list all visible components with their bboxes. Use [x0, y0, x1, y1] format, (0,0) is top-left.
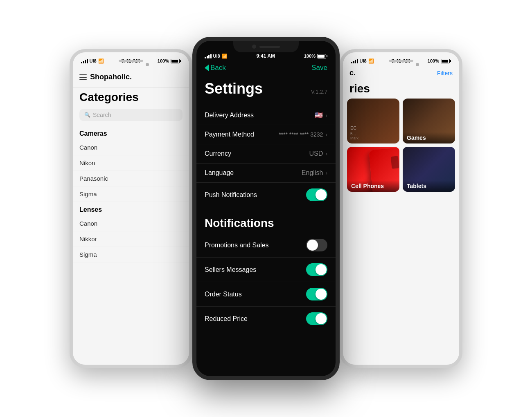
partial-tile[interactable]: EC 5... Mark: [347, 99, 399, 143]
push-notifications-row[interactable]: Push Notifications: [196, 183, 336, 207]
notifications-rows: Promotions and Sales Sellers Messages Or…: [196, 233, 336, 331]
notch: [233, 41, 299, 52]
right-battery-area: 100%: [428, 58, 451, 63]
push-notif-label: Push Notifications: [205, 191, 257, 199]
list-item[interactable]: Nikon: [73, 155, 189, 171]
promotions-toggle[interactable]: [306, 239, 327, 251]
games-label: Games: [403, 132, 455, 143]
right-phone-speaker: [389, 60, 413, 62]
list-item[interactable]: Nikkor: [73, 231, 189, 247]
cameras-section: Cameras Canon Nikon Panasonic Sigma: [73, 126, 189, 202]
games-tile[interactable]: Games: [403, 99, 455, 143]
right-signal: UI8 📶: [351, 58, 374, 64]
center-phone: UI8 📶 9:41 AM 100%: [192, 37, 340, 380]
lenses-title: Lenses: [73, 202, 189, 216]
promotions-row[interactable]: Promotions and Sales: [196, 233, 336, 258]
right-battery-icon: [441, 59, 451, 63]
signal-bars-icon: [81, 59, 88, 63]
currency-value: USD ›: [309, 150, 327, 157]
right-heading: ries: [343, 82, 459, 99]
center-carrier: UI8: [213, 54, 220, 58]
cellphones-tile[interactable]: Cell Phones: [347, 147, 399, 192]
brand-name: Shopaholic.: [90, 73, 132, 81]
chevron-right-icon: ›: [325, 170, 327, 176]
payment-value: **** **** **** 3232 ›: [279, 131, 327, 138]
search-placeholder: Search: [93, 112, 111, 118]
categories-heading: Categories: [73, 87, 189, 107]
payment-method-row[interactable]: Payment Method **** **** **** 3232 ›: [196, 125, 336, 144]
delivery-value: 🇺🇸 ›: [315, 111, 327, 119]
currency-row[interactable]: Currency USD ›: [196, 144, 336, 164]
toggle-knob: [316, 189, 327, 200]
battery-icon: [171, 59, 181, 63]
delivery-label: Delivery Address: [205, 112, 254, 119]
list-item[interactable]: Panasonic: [73, 171, 189, 186]
hamburger-icon[interactable]: [79, 74, 87, 80]
scene: UI8 📶 9:41 AM 100%: [61, 25, 471, 392]
right-wifi-icon: 📶: [368, 58, 374, 64]
chevron-left-icon: [205, 65, 209, 71]
settings-title-row: Settings V.1.2.7: [196, 77, 336, 105]
right-carrier: UI8: [360, 58, 367, 63]
reduced-price-toggle[interactable]: [306, 312, 327, 325]
tablets-tile[interactable]: Tablets: [403, 147, 455, 192]
left-phone: UI8 📶 9:41 AM 100%: [70, 49, 192, 368]
cellphones-label: Cell Phones: [347, 180, 399, 192]
signal-bars-icon: [351, 59, 358, 63]
delivery-address-row[interactable]: Delivery Address 🇺🇸 ›: [196, 105, 336, 125]
right-header: c. Filters: [343, 65, 459, 82]
language-row[interactable]: Language English ›: [196, 164, 336, 183]
wifi-icon: 📶: [98, 58, 104, 64]
left-signal: UI8 📶: [81, 58, 104, 64]
tablets-label: Tablets: [403, 180, 455, 192]
language-value: English ›: [302, 169, 327, 177]
signal-bars-icon: [205, 54, 212, 58]
left-carrier: UI8: [90, 58, 97, 63]
partial-text: EC: [350, 126, 396, 130]
flag-icon: 🇺🇸: [315, 111, 323, 119]
partial-text2: 5...: [350, 132, 396, 136]
push-notifications-toggle[interactable]: [306, 188, 327, 201]
payment-label: Payment Method: [205, 131, 254, 138]
promotions-label: Promotions and Sales: [205, 242, 269, 249]
order-status-row[interactable]: Order Status: [196, 282, 336, 307]
back-label: Back: [210, 64, 226, 72]
back-button[interactable]: Back: [205, 64, 226, 72]
language-text: English: [302, 169, 323, 177]
filters-button[interactable]: Filters: [437, 70, 453, 76]
order-status-label: Order Status: [205, 291, 242, 298]
currency-label: Currency: [205, 150, 231, 157]
center-battery-area: 100%: [304, 54, 327, 58]
order-status-toggle[interactable]: [306, 288, 327, 300]
save-button[interactable]: Save: [311, 64, 327, 72]
left-battery-area: 100%: [158, 58, 181, 63]
center-signal: UI8 📶: [205, 54, 228, 59]
sellers-messages-row[interactable]: Sellers Messages: [196, 258, 336, 282]
search-icon: 🔍: [84, 112, 90, 118]
reduced-price-row[interactable]: Reduced Price: [196, 307, 336, 331]
sellers-messages-toggle[interactable]: [306, 263, 327, 276]
list-item[interactable]: Canon: [73, 216, 189, 231]
toggle-knob: [316, 264, 327, 275]
left-phone-speaker: [119, 60, 143, 62]
lenses-section: Lenses Canon Nikkor Sigma: [73, 202, 189, 262]
left-status-bar: UI8 📶 9:41 AM 100%: [73, 52, 189, 65]
search-bar[interactable]: 🔍 Search: [79, 109, 183, 121]
sellers-messages-label: Sellers Messages: [205, 266, 256, 274]
list-item[interactable]: Canon: [73, 140, 189, 155]
left-battery-pct: 100%: [158, 58, 169, 63]
chevron-right-icon: ›: [325, 131, 327, 138]
cameras-title: Cameras: [73, 126, 189, 140]
center-battery-pct: 100%: [304, 54, 316, 58]
settings-rows: Delivery Address 🇺🇸 › Payment Method ***…: [196, 105, 336, 207]
notifications-section-header: Notifications: [196, 207, 336, 233]
version-text: V.1.2.7: [311, 89, 327, 97]
settings-title: Settings: [205, 80, 263, 97]
card-number: **** **** **** 3232: [279, 131, 323, 138]
chevron-right-icon: ›: [325, 150, 327, 157]
list-item[interactable]: Sigma: [73, 186, 189, 202]
left-phone-camera: [146, 63, 149, 66]
right-phone: UI8 📶 9:41 AM 100% c. Filters: [340, 49, 462, 368]
list-item[interactable]: Sigma: [73, 247, 189, 262]
right-status-bar: UI8 📶 9:41 AM 100%: [343, 52, 459, 65]
